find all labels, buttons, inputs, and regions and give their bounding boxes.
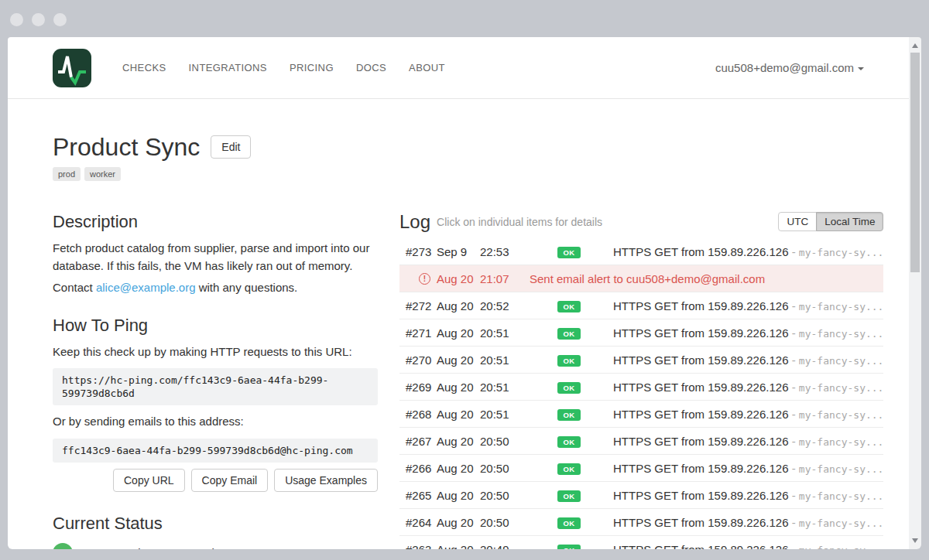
edit-button[interactable]: Edit	[211, 135, 251, 159]
log-time: 22:53	[480, 245, 525, 258]
log-seq: #266	[406, 462, 437, 475]
nav-link-pricing[interactable]: PRICING	[290, 62, 334, 73]
ping-buttons-row: Copy URLCopy EmailUsage Examples	[53, 469, 378, 492]
scrollbar-down-arrow[interactable]	[912, 538, 918, 543]
nav-link-docs[interactable]: DOCS	[356, 62, 386, 73]
log-seq: #273	[406, 245, 437, 258]
log-request-text: HTTPS GET from 159.89.226.126	[613, 408, 789, 421]
log-date: Aug 20	[437, 408, 480, 421]
log-separator: -	[789, 381, 799, 394]
window-titlebar	[0, 0, 929, 37]
ok-badge: OK	[557, 328, 580, 340]
log-date: Aug 20	[437, 353, 480, 367]
log-time: 21:07	[480, 272, 525, 285]
current-status-row: ✓ Up. Last ping was 3 weeks ago.	[53, 543, 378, 550]
log-detail: HTTPS GET from 159.89.226.126 - my-fancy…	[613, 435, 883, 448]
description-heading: Description	[53, 212, 378, 232]
log-row[interactable]: #269Aug 2020:51OKHTTPS GET from 159.89.2…	[399, 374, 883, 401]
ok-badge: OK	[557, 545, 580, 549]
log-status-cell: OK	[525, 461, 613, 476]
email-instruction: Or by sending emails to this address:	[53, 413, 378, 431]
log-seq: #270	[406, 353, 437, 367]
log-seq: #269	[406, 381, 437, 394]
log-seq: #272	[406, 299, 437, 312]
window-dot[interactable]	[10, 13, 23, 26]
log-detail: HTTPS GET from 159.89.226.126 - my-fancy…	[613, 516, 883, 529]
account-menu[interactable]: cuu508+demo@gmail.com	[715, 61, 864, 74]
timezone-button-local-time[interactable]: Local Time	[816, 212, 883, 231]
log-alert-row[interactable]: !Aug 2021:07Sent email alert to cuu508+d…	[399, 265, 883, 292]
log-subtitle: Click on individual items for details	[437, 212, 602, 232]
log-status-cell: OK	[525, 488, 613, 503]
log-detail: HTTPS GET from 159.89.226.126 - my-fancy…	[613, 381, 883, 394]
log-date: Aug 20	[437, 272, 480, 285]
account-email: cuu508+demo@gmail.com	[715, 61, 854, 74]
ok-badge: OK	[557, 301, 580, 313]
healthchecks-logo[interactable]	[53, 49, 91, 87]
log-separator: -	[789, 326, 799, 340]
log-status-cell: OK	[525, 515, 613, 530]
log-detail: HTTPS GET from 159.89.226.126 - my-fancy…	[613, 408, 883, 421]
pulse-icon	[53, 49, 91, 87]
log-time: 20:51	[480, 326, 525, 340]
log-detail: HTTPS GET from 159.89.226.126 - my-fancy…	[613, 543, 883, 550]
log-time: 20:51	[480, 353, 525, 367]
ok-badge: OK	[557, 517, 580, 530]
log-user-agent: my-fancy-sy...	[799, 490, 884, 502]
log-separator: -	[789, 408, 799, 421]
log-user-agent: my-fancy-sy...	[799, 355, 884, 367]
log-request-text: HTTPS GET from 159.89.226.126	[613, 462, 789, 475]
scrollbar-up-arrow[interactable]	[912, 43, 918, 48]
scrollbar-thumb[interactable]	[910, 53, 920, 272]
log-row[interactable]: #264Aug 2020:50OKHTTPS GET from 159.89.2…	[399, 509, 883, 536]
log-date: Aug 20	[437, 462, 480, 475]
log-separator: -	[789, 489, 799, 502]
log-user-agent: my-fancy-sy...	[799, 382, 884, 394]
log-status-cell: OK	[525, 434, 613, 449]
log-detail: HTTPS GET from 159.89.226.126 - my-fancy…	[613, 326, 883, 340]
log-separator: -	[789, 353, 799, 367]
log-time: 20:49	[480, 543, 525, 550]
nav-link-checks[interactable]: CHECKS	[122, 62, 166, 73]
log-row[interactable]: #263Aug 2020:49OKHTTPS GET from 159.89.2…	[399, 536, 883, 549]
log-user-agent: my-fancy-sy...	[799, 247, 884, 258]
ok-badge: OK	[557, 409, 580, 422]
nav-link-about[interactable]: ABOUT	[409, 62, 445, 73]
log-time: 20:52	[480, 299, 525, 312]
log-status-cell: OK	[525, 299, 613, 313]
ok-badge: OK	[557, 247, 580, 259]
log-separator: -	[789, 516, 799, 529]
log-date: Aug 20	[437, 299, 480, 312]
copy-url-button[interactable]: Copy URL	[113, 469, 185, 492]
log-row[interactable]: #273Sep 922:53OKHTTPS GET from 159.89.22…	[399, 238, 883, 265]
log-user-agent: my-fancy-sy...	[799, 517, 884, 529]
copy-email-button[interactable]: Copy Email	[191, 469, 269, 492]
log-row[interactable]: #267Aug 2020:50OKHTTPS GET from 159.89.2…	[399, 428, 883, 455]
window-dot[interactable]	[53, 13, 67, 26]
log-request-text: HTTPS GET from 159.89.226.126	[613, 543, 789, 550]
scrollbar[interactable]	[909, 37, 921, 549]
log-status-cell: OK	[525, 407, 613, 422]
log-row[interactable]: #268Aug 2020:51OKHTTPS GET from 159.89.2…	[399, 401, 883, 428]
log-detail: HTTPS GET from 159.89.226.126 - my-fancy…	[613, 353, 883, 367]
log-request-text: HTTPS GET from 159.89.226.126	[613, 326, 789, 340]
tag-badge: worker	[84, 167, 121, 181]
log-date: Aug 20	[437, 516, 480, 529]
log-seq: #265	[406, 489, 437, 502]
nav-link-integrations[interactable]: INTEGRATIONS	[189, 62, 267, 73]
window-dot[interactable]	[32, 13, 45, 26]
check-details-column: Description Fetch product catalog from s…	[53, 212, 378, 549]
log-seq: #263	[406, 543, 437, 550]
log-row[interactable]: #270Aug 2020:51OKHTTPS GET from 159.89.2…	[399, 347, 883, 374]
alert-message: Sent email alert to cuu508+demo@gmail.co…	[530, 272, 765, 285]
contact-email-link[interactable]: alice@example.org	[96, 281, 196, 294]
log-detail: HTTPS GET from 159.89.226.126 - my-fancy…	[613, 299, 883, 312]
usage-examples-button[interactable]: Usage Examples	[274, 469, 378, 492]
log-time: 20:51	[480, 381, 525, 394]
log-separator: -	[789, 543, 799, 550]
log-row[interactable]: #272Aug 2020:52OKHTTPS GET from 159.89.2…	[399, 292, 883, 319]
log-row[interactable]: #266Aug 2020:50OKHTTPS GET from 159.89.2…	[399, 455, 883, 482]
timezone-button-utc[interactable]: UTC	[778, 212, 817, 231]
log-row[interactable]: #265Aug 2020:50OKHTTPS GET from 159.89.2…	[399, 482, 883, 509]
log-row[interactable]: #271Aug 2020:51OKHTTPS GET from 159.89.2…	[399, 319, 883, 347]
